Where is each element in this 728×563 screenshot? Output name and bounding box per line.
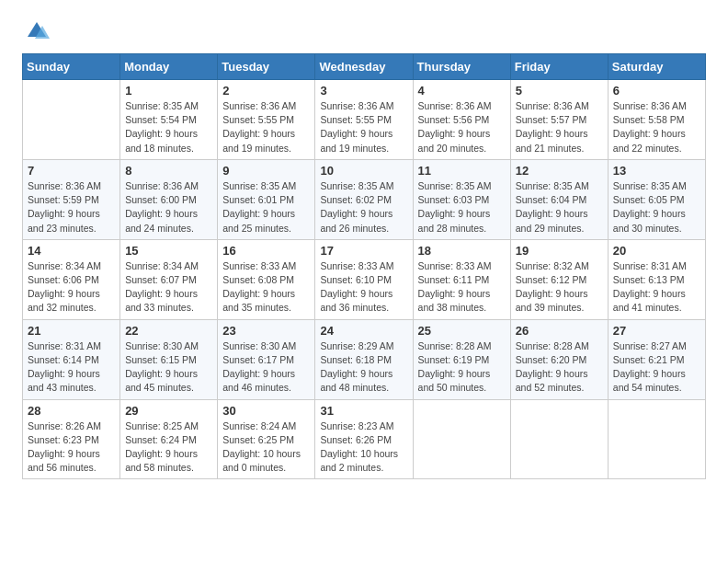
day-number: 15 <box>125 244 212 258</box>
calendar-cell: 3Sunrise: 8:36 AMSunset: 5:55 PMDaylight… <box>315 80 413 160</box>
day-info: Sunrise: 8:30 AMSunset: 6:17 PMDaylight:… <box>222 339 310 396</box>
day-number: 13 <box>613 164 700 178</box>
day-number: 2 <box>222 84 310 98</box>
day-number: 24 <box>320 324 407 338</box>
day-info: Sunrise: 8:35 AMSunset: 5:54 PMDaylight:… <box>125 99 212 155</box>
calendar-cell: 15Sunrise: 8:34 AMSunset: 6:07 PMDayligh… <box>120 239 218 319</box>
day-info: Sunrise: 8:29 AMSunset: 6:18 PMDaylight:… <box>320 339 407 396</box>
day-info: Sunrise: 8:35 AMSunset: 6:04 PMDaylight:… <box>516 179 603 236</box>
day-info: Sunrise: 8:35 AMSunset: 6:03 PMDaylight:… <box>418 179 506 236</box>
calendar-cell: 6Sunrise: 8:36 AMSunset: 5:58 PMDaylight… <box>608 80 705 160</box>
day-number: 19 <box>516 244 603 258</box>
week-row-5: 28Sunrise: 8:26 AMSunset: 6:23 PMDayligh… <box>23 399 706 479</box>
calendar-cell: 28Sunrise: 8:26 AMSunset: 6:23 PMDayligh… <box>23 399 120 479</box>
day-number: 26 <box>516 324 603 338</box>
week-row-1: 1Sunrise: 8:35 AMSunset: 5:54 PMDaylight… <box>23 80 706 160</box>
weekday-header-tuesday: Tuesday <box>218 54 315 80</box>
day-info: Sunrise: 8:31 AMSunset: 6:13 PMDaylight:… <box>613 259 700 316</box>
day-number: 8 <box>125 164 212 178</box>
day-info: Sunrise: 8:31 AMSunset: 6:14 PMDaylight:… <box>28 339 115 396</box>
week-row-4: 21Sunrise: 8:31 AMSunset: 6:14 PMDayligh… <box>23 319 706 399</box>
day-number: 3 <box>320 84 407 98</box>
day-number: 31 <box>320 404 407 418</box>
day-info: Sunrise: 8:36 AMSunset: 5:58 PMDaylight:… <box>613 99 700 155</box>
calendar-cell <box>23 80 120 160</box>
calendar-cell: 25Sunrise: 8:28 AMSunset: 6:19 PMDayligh… <box>413 319 510 399</box>
day-number: 5 <box>516 84 603 98</box>
calendar-cell: 4Sunrise: 8:36 AMSunset: 5:56 PMDaylight… <box>413 80 510 160</box>
calendar-body: 1Sunrise: 8:35 AMSunset: 5:54 PMDaylight… <box>23 80 706 479</box>
weekday-header-sunday: Sunday <box>23 54 120 80</box>
day-info: Sunrise: 8:34 AMSunset: 6:06 PMDaylight:… <box>28 259 115 316</box>
calendar-cell: 10Sunrise: 8:35 AMSunset: 6:02 PMDayligh… <box>315 159 413 239</box>
weekday-header-friday: Friday <box>510 54 608 80</box>
week-row-2: 7Sunrise: 8:36 AMSunset: 5:59 PMDaylight… <box>23 159 706 239</box>
day-info: Sunrise: 8:26 AMSunset: 6:23 PMDaylight:… <box>28 419 115 476</box>
day-info: Sunrise: 8:36 AMSunset: 5:57 PMDaylight:… <box>516 99 603 155</box>
calendar-cell: 21Sunrise: 8:31 AMSunset: 6:14 PMDayligh… <box>23 319 120 399</box>
calendar-cell: 2Sunrise: 8:36 AMSunset: 5:55 PMDaylight… <box>218 80 315 160</box>
calendar-cell: 24Sunrise: 8:29 AMSunset: 6:18 PMDayligh… <box>315 319 413 399</box>
weekday-header-thursday: Thursday <box>413 54 510 80</box>
day-number: 6 <box>613 84 700 98</box>
weekday-row: SundayMondayTuesdayWednesdayThursdayFrid… <box>23 54 706 80</box>
day-number: 18 <box>418 244 506 258</box>
page: SundayMondayTuesdayWednesdayThursdayFrid… <box>0 0 728 494</box>
day-info: Sunrise: 8:36 AMSunset: 5:55 PMDaylight:… <box>222 99 310 155</box>
calendar-cell <box>413 399 510 479</box>
day-number: 7 <box>28 164 115 178</box>
day-info: Sunrise: 8:28 AMSunset: 6:20 PMDaylight:… <box>516 339 603 396</box>
calendar-table: SundayMondayTuesdayWednesdayThursdayFrid… <box>22 53 706 479</box>
calendar-cell: 12Sunrise: 8:35 AMSunset: 6:04 PMDayligh… <box>510 159 608 239</box>
day-info: Sunrise: 8:35 AMSunset: 6:02 PMDaylight:… <box>320 179 407 236</box>
calendar-cell: 1Sunrise: 8:35 AMSunset: 5:54 PMDaylight… <box>120 80 218 160</box>
day-info: Sunrise: 8:32 AMSunset: 6:12 PMDaylight:… <box>516 259 603 316</box>
logo-icon <box>24 18 50 44</box>
calendar-cell <box>510 399 608 479</box>
day-number: 14 <box>28 244 115 258</box>
day-info: Sunrise: 8:28 AMSunset: 6:19 PMDaylight:… <box>418 339 506 396</box>
day-info: Sunrise: 8:35 AMSunset: 6:01 PMDaylight:… <box>222 179 310 236</box>
day-info: Sunrise: 8:36 AMSunset: 5:56 PMDaylight:… <box>418 99 506 155</box>
calendar-cell: 26Sunrise: 8:28 AMSunset: 6:20 PMDayligh… <box>510 319 608 399</box>
calendar-cell: 14Sunrise: 8:34 AMSunset: 6:06 PMDayligh… <box>23 239 120 319</box>
day-number: 12 <box>516 164 603 178</box>
day-number: 25 <box>418 324 506 338</box>
day-number: 29 <box>125 404 212 418</box>
week-row-3: 14Sunrise: 8:34 AMSunset: 6:06 PMDayligh… <box>23 239 706 319</box>
day-number: 22 <box>125 324 212 338</box>
day-number: 11 <box>418 164 506 178</box>
day-info: Sunrise: 8:34 AMSunset: 6:07 PMDaylight:… <box>125 259 212 316</box>
day-number: 30 <box>222 404 310 418</box>
calendar-cell: 17Sunrise: 8:33 AMSunset: 6:10 PMDayligh… <box>315 239 413 319</box>
logo <box>22 18 50 44</box>
calendar-cell: 8Sunrise: 8:36 AMSunset: 6:00 PMDaylight… <box>120 159 218 239</box>
day-info: Sunrise: 8:27 AMSunset: 6:21 PMDaylight:… <box>613 339 700 396</box>
calendar-cell <box>608 399 705 479</box>
weekday-header-saturday: Saturday <box>608 54 705 80</box>
day-number: 4 <box>418 84 506 98</box>
day-info: Sunrise: 8:30 AMSunset: 6:15 PMDaylight:… <box>125 339 212 396</box>
calendar-cell: 29Sunrise: 8:25 AMSunset: 6:24 PMDayligh… <box>120 399 218 479</box>
day-info: Sunrise: 8:33 AMSunset: 6:10 PMDaylight:… <box>320 259 407 316</box>
calendar-cell: 30Sunrise: 8:24 AMSunset: 6:25 PMDayligh… <box>218 399 315 479</box>
day-number: 1 <box>125 84 212 98</box>
day-info: Sunrise: 8:35 AMSunset: 6:05 PMDaylight:… <box>613 179 700 236</box>
calendar-cell: 18Sunrise: 8:33 AMSunset: 6:11 PMDayligh… <box>413 239 510 319</box>
day-number: 20 <box>613 244 700 258</box>
day-number: 9 <box>222 164 310 178</box>
calendar-cell: 27Sunrise: 8:27 AMSunset: 6:21 PMDayligh… <box>608 319 705 399</box>
day-info: Sunrise: 8:24 AMSunset: 6:25 PMDaylight:… <box>222 419 310 476</box>
calendar-cell: 22Sunrise: 8:30 AMSunset: 6:15 PMDayligh… <box>120 319 218 399</box>
day-number: 17 <box>320 244 407 258</box>
calendar-cell: 19Sunrise: 8:32 AMSunset: 6:12 PMDayligh… <box>510 239 608 319</box>
day-info: Sunrise: 8:36 AMSunset: 5:59 PMDaylight:… <box>28 179 115 236</box>
day-info: Sunrise: 8:25 AMSunset: 6:24 PMDaylight:… <box>125 419 212 476</box>
calendar-cell: 20Sunrise: 8:31 AMSunset: 6:13 PMDayligh… <box>608 239 705 319</box>
day-info: Sunrise: 8:36 AMSunset: 6:00 PMDaylight:… <box>125 179 212 236</box>
day-info: Sunrise: 8:33 AMSunset: 6:11 PMDaylight:… <box>418 259 506 316</box>
day-number: 27 <box>613 324 700 338</box>
day-number: 21 <box>28 324 115 338</box>
weekday-header-monday: Monday <box>120 54 218 80</box>
day-info: Sunrise: 8:36 AMSunset: 5:55 PMDaylight:… <box>320 99 407 155</box>
